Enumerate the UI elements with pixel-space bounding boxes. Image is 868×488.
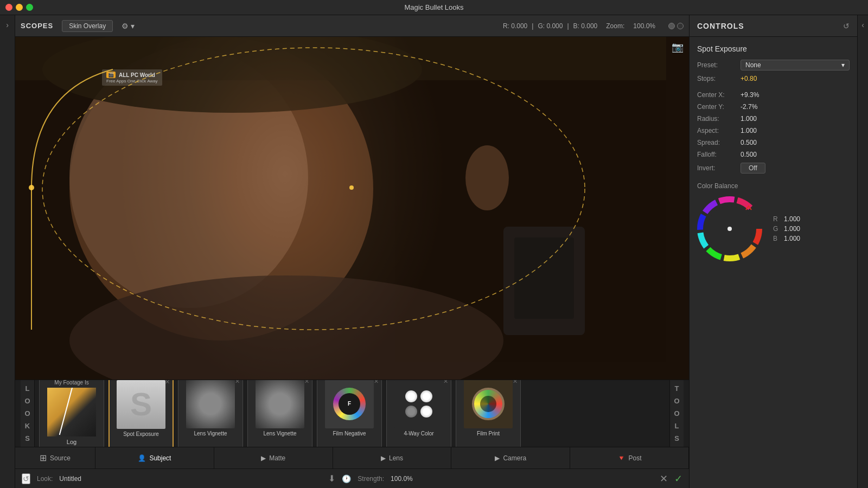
looks-k: K (25, 422, 30, 430)
film-print-inner (480, 396, 496, 412)
camera-category[interactable]: ▶ Camera (451, 447, 570, 468)
film-print-card[interactable]: ✕ Film Print (456, 380, 521, 447)
source-label: Source (50, 454, 71, 462)
lens-icon: ▶ (381, 454, 386, 462)
close-lens2-icon[interactable]: ✕ (304, 380, 309, 385)
color-picker-icon2[interactable] (677, 23, 684, 29)
color-picker-icon[interactable] (668, 23, 675, 29)
radius-value: 1.000 (741, 115, 850, 123)
matte-label: Matte (269, 454, 285, 462)
spread-label: Spread: (697, 139, 741, 146)
film-negative-card[interactable]: ✕ F Film Negative (317, 380, 382, 447)
footage-card: My Footage Is Log (39, 380, 104, 447)
left-arrow-icon[interactable]: › (6, 21, 9, 29)
look-value: Untitled (59, 475, 81, 483)
radius-row: Radius: 1.000 (697, 115, 850, 123)
undo-button[interactable]: ↺ (22, 473, 30, 484)
spot-s-letter: S (130, 388, 152, 421)
status-bar: ↺ Look: Untitled ⬇ 🕐 Strength: 100.0% ✕ … (15, 468, 689, 488)
center-area: SCOPES Skin Overlay ⚙ ▾ R: 0.000 | G: 0.… (15, 15, 689, 488)
maximize-button[interactable] (26, 4, 33, 11)
four-way-dots (401, 386, 437, 422)
four-way-card[interactable]: ✕ 4-Way Color (386, 380, 451, 447)
main-layout: › SCOPES Skin Overlay ⚙ ▾ R: 0.000 | G: … (0, 15, 868, 488)
dot-white-1 (405, 390, 417, 402)
g-letter: G (773, 225, 780, 233)
looks-sidebar: L O O K S (21, 380, 35, 447)
matte-category[interactable]: ▶ Matte (214, 447, 333, 468)
r-value: R: 0.000 (503, 22, 527, 30)
b-letter: B (773, 235, 780, 242)
spot-exposure-section-title: Spot Exposure (697, 44, 850, 53)
g-color-value: 1.000 (784, 225, 800, 233)
zoom-label: Zoom: (606, 22, 624, 30)
skin-overlay-button[interactable]: Skin Overlay (62, 20, 113, 32)
spread-row: Spread: 0.500 (697, 139, 850, 146)
center-y-row: Center Y: -2.7% (697, 103, 850, 111)
r-color-value: 1.000 (784, 215, 800, 223)
looks-l: L (25, 384, 30, 393)
close-film-print-icon[interactable]: ✕ (513, 380, 518, 385)
footage-label: Log (67, 439, 76, 445)
close-spot-icon[interactable]: ✕ (165, 380, 170, 386)
looks-o2: O (24, 409, 30, 418)
post-label: Post (629, 454, 642, 462)
category-bar: ⊞ Source 👤 Subject ▶ Matte ▶ Lens ▶ C (15, 447, 689, 468)
close-film-neg-icon[interactable]: ✕ (374, 380, 379, 385)
minimize-button[interactable] (16, 4, 23, 11)
lens-vignette-card-1[interactable]: ✕ Lens Vignette (178, 380, 243, 447)
camera-label: Camera (503, 454, 526, 462)
controls-reset-icon[interactable]: ↺ (843, 22, 850, 30)
subject-icon: 👤 (138, 454, 146, 462)
lens-vignette-label-1: Lens Vignette (194, 431, 227, 436)
camera-icon[interactable]: 📷 (672, 41, 684, 53)
center-x-label: Center X: (697, 91, 741, 99)
color-wheel-container: R 1.000 G 1.000 B 1.000 (697, 196, 850, 261)
controls-content: Spot Exposure Preset: None ▾ Stops: +0.8… (690, 37, 857, 488)
film-negative-thumb: F (325, 380, 374, 428)
preset-label: Preset: (697, 61, 741, 69)
confirm-button[interactable]: ✓ (674, 473, 682, 485)
matte-icon: ▶ (261, 454, 266, 462)
close-button[interactable] (5, 4, 12, 11)
left-panel-toggle[interactable]: › (0, 15, 15, 488)
lens-vignette-thumb-1 (186, 380, 235, 428)
center-x-row: Center X: +9.3% (697, 91, 850, 99)
gear-icon[interactable]: ⚙ ▾ (122, 22, 135, 30)
film-print-icon (472, 388, 505, 420)
footage-thumbnail (47, 388, 96, 436)
camera-cat-icon: ▶ (495, 454, 500, 462)
dot-white-2 (420, 390, 432, 402)
dot-gray-1 (405, 406, 417, 418)
b-color-value: 1.000 (784, 235, 800, 242)
looks-s: S (25, 434, 30, 442)
preview-area[interactable]: 🎬 ALL PC World Free Apps One Click Away (15, 37, 689, 380)
separator: | (532, 22, 533, 30)
tools-o1: O (674, 397, 679, 405)
close-lens1-icon[interactable]: ✕ (235, 380, 240, 385)
source-category[interactable]: ⊞ Source (15, 447, 95, 468)
invert-button[interactable]: Off (741, 163, 765, 174)
right-panel-toggle[interactable]: ‹ (857, 15, 868, 488)
preset-row: Preset: None ▾ (697, 60, 850, 70)
cancel-button[interactable]: ✕ (660, 473, 668, 485)
r-letter: R (773, 215, 780, 223)
lens-category[interactable]: ▶ Lens (333, 447, 452, 468)
dropdown-chevron-icon: ▾ (841, 61, 845, 69)
color-wheel-rgb: R 1.000 G 1.000 B 1.000 (773, 215, 800, 242)
post-category[interactable]: 🔻 Post (570, 447, 689, 468)
right-arrow-icon[interactable]: ‹ (861, 21, 864, 29)
color-balance-section: Color Balance (697, 182, 850, 261)
color-wheel[interactable] (697, 196, 762, 261)
spot-exposure-card[interactable]: ✕ S Spot Exposure (108, 380, 174, 447)
stops-label: Stops: (697, 75, 741, 82)
subject-label: Subject (149, 454, 171, 462)
falloff-value: 0.500 (741, 151, 850, 158)
titlebar: Magic Bullet Looks (0, 0, 868, 15)
tools-s: S (674, 434, 679, 442)
preset-dropdown[interactable]: None ▾ (741, 60, 850, 70)
lens-vignette-card-2[interactable]: ✕ Lens Vignette (247, 380, 312, 447)
close-four-way-icon[interactable]: ✕ (443, 380, 448, 385)
subject-category[interactable]: 👤 Subject (95, 447, 214, 468)
save-button[interactable]: ⬇ (328, 473, 335, 484)
